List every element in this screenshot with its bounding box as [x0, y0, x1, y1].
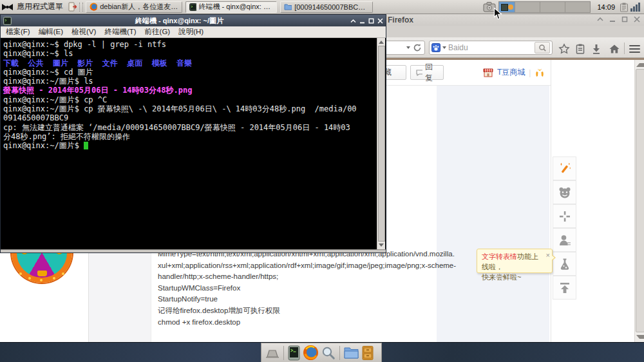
tooltip-arrow: [552, 254, 556, 261]
panel-handle: [79, 3, 83, 12]
shade-window-icon[interactable]: [350, 18, 356, 24]
profile-button[interactable]: [553, 228, 576, 252]
workspace-pager[interactable]: [498, 1, 591, 13]
search-engine-dropdown-icon[interactable]: [442, 46, 446, 49]
maximize-icon[interactable]: [621, 16, 628, 23]
terminal-menu-item-5[interactable]: 說明(H): [178, 27, 204, 37]
home-icon[interactable]: [609, 43, 620, 55]
terminal-menubar: 檔案(F)編輯(E)檢視(V)終端機(T)前往(G)說明(H): [1, 26, 386, 38]
terminal-icon[interactable]: [287, 345, 301, 361]
terminal-line: 螢幕快照 - 2014年05月06日 - 14時03分48秒.png: [3, 86, 377, 95]
reload-icon[interactable]: [413, 43, 422, 52]
shop-link[interactable]: T豆商城 |: [483, 67, 545, 78]
terminal-menu-item-2[interactable]: 檢視(V): [71, 27, 96, 37]
terminal-line: qinx@qinx:~/圖片$: [3, 141, 377, 150]
menu-hamburger-icon[interactable]: [629, 45, 640, 53]
flask-icon: [558, 257, 572, 271]
back-to-top-button[interactable]: [553, 276, 576, 300]
post-content-line: StartupWMClass=Firefox: [158, 283, 456, 294]
reply-button[interactable]: 回复: [410, 65, 444, 80]
scrollbar-thumb[interactable]: [636, 69, 644, 332]
terminal-cursor: [84, 142, 88, 149]
terminal-line: qinx@qinx:~/圖片$ cp 螢幕快照\ -\ 2014年05月06日\…: [3, 104, 377, 113]
terminal-menu-item-4[interactable]: 前往(G): [145, 27, 171, 37]
bookmarks-clipboard-icon[interactable]: [574, 43, 586, 55]
baidu-paw-icon[interactable]: [431, 43, 440, 52]
downloads-icon[interactable]: [591, 43, 602, 55]
taskbar-item-label: debian新人，各位道友你...: [100, 2, 178, 12]
shade-window-icon[interactable]: [597, 16, 603, 23]
close-icon[interactable]: [634, 16, 640, 23]
taskbar-item-terminal[interactable]: 終端機 - qinx@qinx: ~/圖片: [185, 1, 277, 13]
workspace-cell-4[interactable]: [565, 2, 590, 12]
terminal-line: qinx@qinx:~$ ls: [3, 49, 377, 58]
emoticon-button[interactable]: [553, 180, 576, 204]
app-menu-icon[interactable]: [1, 2, 14, 12]
terminal-line: qinx@qinx:~/圖片$ cp ^C: [3, 95, 377, 104]
taskbar-item-file-manager[interactable]: [000914650007BBC9 - ...: [280, 1, 373, 13]
scroll-up-icon[interactable]: [379, 41, 384, 44]
tooltip-close-icon[interactable]: ×: [546, 250, 550, 260]
scroll-up-icon[interactable]: [636, 63, 644, 67]
maximize-icon[interactable]: [368, 18, 374, 24]
app-menu-button[interactable]: 應用程式選單: [17, 1, 63, 12]
search-go-icon[interactable]: [535, 42, 550, 53]
scrollbar-thumb[interactable]: [378, 46, 385, 242]
archive-manager-icon[interactable]: [361, 345, 374, 361]
mouse-cursor: [493, 7, 503, 21]
clipboard-manager-icon[interactable]: [619, 2, 629, 12]
search-icon[interactable]: [321, 345, 336, 361]
close-icon[interactable]: [377, 18, 383, 24]
scroll-down-icon[interactable]: [379, 243, 384, 247]
content-divider: [551, 60, 551, 342]
terminal-menu-item-3[interactable]: 終端機(T): [104, 27, 136, 37]
cheering-hands-icon[interactable]: [535, 68, 545, 77]
wheel-crown: [37, 271, 47, 276]
taskbar-item-label: 終端機 - qinx@qinx: ~/圖片: [199, 2, 274, 12]
taskbar-item-firefox[interactable]: debian新人，各位道友你...: [86, 1, 182, 13]
workspace-window-preview: [508, 5, 513, 10]
workspace-cell-2[interactable]: [515, 2, 540, 12]
minimize-icon[interactable]: [609, 16, 616, 23]
screenshot-button[interactable]: [553, 204, 576, 228]
terminal-scrollbar[interactable]: [377, 38, 385, 249]
bottom-bar: [0, 342, 644, 362]
clock[interactable]: 14:09: [593, 3, 619, 11]
workspace-cell-3[interactable]: [540, 2, 565, 12]
reply-button-label: 回复: [425, 62, 438, 84]
speech-bubble-icon: [416, 70, 422, 76]
terminal-line: qinx@qinx:~$ cd 圖片: [3, 68, 377, 77]
terminal-resize-edge[interactable]: [1, 249, 386, 252]
bookmark-star-icon[interactable]: [558, 43, 570, 55]
minimize-icon[interactable]: [359, 18, 365, 24]
scroll-down-icon[interactable]: [636, 335, 644, 339]
top-panel: 應用程式選單 debian新人，各位道友你... 終端機 - qinx@qinx…: [0, 0, 644, 14]
post-content: MimeType=text/html;text/xml;application/…: [158, 249, 456, 328]
terminal-menu-item-1[interactable]: 編輯(E): [39, 27, 63, 37]
taskbar-item-label: [000914650007BBC9 - ...: [294, 3, 369, 11]
firefox-icon[interactable]: [303, 345, 319, 361]
feature-tooltip: 文字转表情功能上线啦， 快来尝鲜啦~ ×: [477, 249, 553, 273]
terminal-menu-item-0[interactable]: 檔案(F): [6, 27, 30, 37]
experiment-button[interactable]: [553, 252, 576, 276]
tooltip-highlight: 文字转表情: [482, 252, 517, 260]
url-dropdown-icon[interactable]: [406, 46, 410, 49]
system-monitor-icon[interactable]: [630, 2, 640, 12]
search-placeholder: Baidu: [448, 43, 533, 52]
magic-wand-icon: [558, 162, 572, 176]
file-manager-icon[interactable]: [343, 346, 359, 359]
terminal-output[interactable]: qinx@qinx:~$ dpkg -l | grep -i ntfsqinx@…: [1, 38, 377, 249]
show-desktop-icon[interactable]: [265, 347, 280, 359]
terminal-icon: [189, 3, 196, 11]
search-input[interactable]: Baidu: [429, 41, 553, 55]
back-to-top-icon: [558, 281, 572, 295]
logout-icon[interactable]: [68, 2, 77, 12]
magic-wand-button[interactable]: [553, 157, 576, 180]
terminal-line: 分48秒.png’: 拒絕不符權限的操作: [3, 132, 377, 141]
shop-link-label: T豆商城: [497, 67, 525, 78]
terminal-line: qinx@qinx:~$ dpkg -l | grep -i ntfs: [3, 40, 377, 49]
terminal-titlebar[interactable]: 終端機 - qinx@qinx: ~/圖片: [1, 15, 386, 26]
folder-icon: [284, 3, 292, 10]
page-scrollbar[interactable]: [634, 60, 644, 342]
terminal-title: 終端機 - qinx@qinx: ~/圖片: [12, 16, 347, 26]
